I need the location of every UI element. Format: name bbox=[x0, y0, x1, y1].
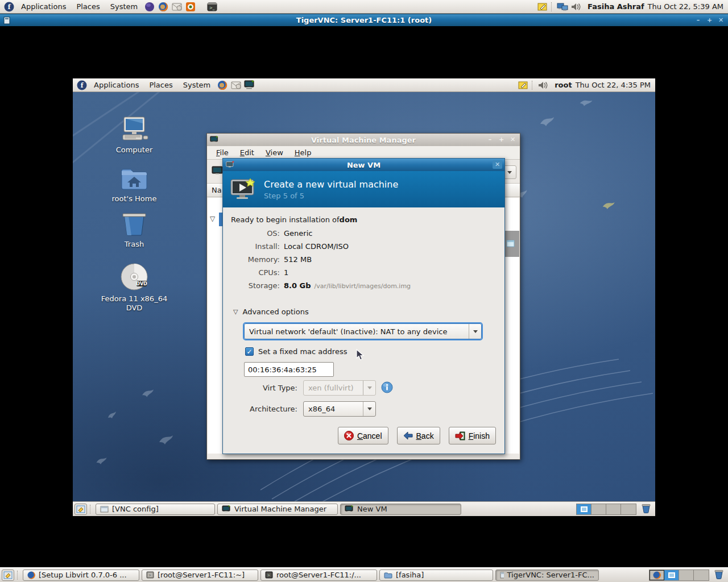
task-setup-libvirt[interactable]: [Setup Libvirt 0.7.0-6 ... bbox=[23, 569, 139, 581]
window-icon bbox=[100, 506, 109, 513]
mail-icon[interactable] bbox=[230, 80, 242, 91]
desktop-icon-trash[interactable]: Trash bbox=[94, 210, 174, 249]
workspace-4[interactable] bbox=[694, 570, 709, 580]
task-fasiha-folder[interactable]: [fasiha] bbox=[379, 569, 493, 581]
architecture-label: Architecture: bbox=[230, 405, 297, 413]
vmm-menu-help[interactable]: Help bbox=[289, 147, 317, 158]
desktop-icon-computer[interactable]: Computer bbox=[94, 116, 174, 155]
firefox-icon bbox=[27, 571, 35, 579]
vmm-maximize-button[interactable]: + bbox=[497, 135, 506, 144]
computer-icon bbox=[119, 116, 149, 142]
vmm-row-expander[interactable]: ▽ bbox=[210, 215, 215, 223]
vmm-selected-row-fragment bbox=[504, 231, 519, 257]
workspace-3[interactable] bbox=[679, 570, 694, 580]
host-top-panel: f Applications Places System >_ bbox=[0, 0, 728, 14]
svg-text:DVD: DVD bbox=[136, 281, 147, 286]
guest-clock[interactable]: Thu Oct 22, 4:35 PM bbox=[576, 81, 651, 89]
workspace-1[interactable] bbox=[577, 504, 592, 514]
guest-trash-applet-icon[interactable] bbox=[641, 503, 651, 515]
back-button[interactable]: Back bbox=[397, 427, 440, 444]
dvd-disc-icon: DVD bbox=[119, 263, 149, 291]
firefox-icon[interactable] bbox=[158, 1, 169, 13]
finish-button[interactable]: Finish bbox=[449, 427, 496, 444]
guest-show-desktop-button[interactable] bbox=[75, 504, 87, 515]
task-root-terminal-1[interactable]: > [root@Server1-FC11:~] bbox=[142, 569, 258, 581]
network-select[interactable]: Virtual network 'default' (Inactive): NA… bbox=[244, 323, 482, 339]
folder-icon bbox=[384, 572, 392, 579]
network-select-arrow[interactable] bbox=[469, 324, 481, 339]
guest-user-name[interactable]: root bbox=[555, 81, 572, 89]
guest-menu-applications[interactable]: Applications bbox=[89, 80, 144, 90]
mac-address-input[interactable] bbox=[244, 362, 334, 377]
guest-taskbar: [VNC config] Virtual Machine Manager New… bbox=[73, 501, 655, 516]
new-vm-titlebar[interactable]: New VM ✕ bbox=[223, 159, 504, 171]
notes-applet-icon[interactable] bbox=[537, 1, 548, 13]
eclipse-icon[interactable] bbox=[144, 1, 155, 13]
desktop-icon-home[interactable]: root's Home bbox=[94, 167, 174, 203]
info-icon[interactable] bbox=[381, 381, 393, 395]
vnc-minimize-button[interactable]: – bbox=[693, 16, 703, 24]
architecture-select-arrow[interactable] bbox=[363, 402, 375, 416]
vnc-window-title: TigerVNC: Server1-FC11:1 (root) bbox=[0, 16, 728, 24]
vmm-minimize-button[interactable]: – bbox=[485, 135, 495, 144]
host-menu-system[interactable]: System bbox=[105, 2, 143, 12]
terminal-icon: > bbox=[146, 571, 154, 579]
virt-type-select[interactable]: xen (fullvirt) bbox=[303, 380, 376, 396]
monitor-icon bbox=[222, 505, 231, 513]
virt-type-label: Virt Type: bbox=[230, 384, 297, 392]
terminal-icon[interactable]: >_ bbox=[206, 1, 218, 13]
task-new-vm[interactable]: New VM bbox=[340, 504, 461, 515]
vmm-close-button[interactable]: ✕ bbox=[508, 135, 518, 144]
mail-icon[interactable] bbox=[171, 1, 183, 13]
workspace-2[interactable] bbox=[664, 570, 679, 580]
vnc-maximize-button[interactable]: + bbox=[705, 16, 714, 24]
host-clock[interactable]: Thu Oct 22, 5:39 AM bbox=[648, 2, 723, 11]
back-arrow-icon bbox=[403, 431, 413, 440]
media-player-icon[interactable] bbox=[185, 1, 196, 13]
host-menu-applications[interactable]: Applications bbox=[16, 2, 71, 12]
volume-icon[interactable] bbox=[570, 1, 582, 13]
workspace-1[interactable] bbox=[650, 570, 664, 580]
fixed-mac-checkbox[interactable] bbox=[245, 347, 254, 356]
guest-top-panel: f Applications Places System bbox=[73, 78, 655, 92]
vmm-titlebar[interactable]: Virtual Machine Manager – + ✕ bbox=[207, 134, 520, 146]
svg-text:>: > bbox=[148, 573, 151, 577]
new-vm-close-button[interactable]: ✕ bbox=[493, 160, 502, 169]
vmm-menu-edit[interactable]: Edit bbox=[234, 147, 260, 158]
header-title: Create a new virtual machine bbox=[264, 179, 398, 190]
advanced-options-expander[interactable]: ▽ Advanced options bbox=[233, 307, 309, 316]
guest-menu-places[interactable]: Places bbox=[144, 80, 177, 90]
workspace-4[interactable] bbox=[621, 504, 636, 514]
task-virtual-machine-manager[interactable]: Virtual Machine Manager bbox=[217, 504, 338, 515]
virt-manager-icon[interactable] bbox=[244, 80, 255, 91]
vmm-menu-view[interactable]: View bbox=[260, 147, 289, 158]
host-menu-places[interactable]: Places bbox=[71, 2, 105, 12]
host-trash-applet-icon[interactable] bbox=[714, 569, 724, 581]
vnc-close-button[interactable]: ✕ bbox=[716, 16, 726, 24]
network-monitor-icon[interactable] bbox=[557, 1, 568, 13]
cancel-button[interactable]: Cancel bbox=[338, 427, 388, 444]
fixed-mac-checkbox-row[interactable]: Set a fixed mac address bbox=[245, 347, 347, 356]
vnc-window-titlebar[interactable]: TigerVNC: Server1-FC11:1 (root) – + ✕ bbox=[0, 14, 728, 26]
fedora-logo-icon[interactable]: f bbox=[3, 1, 15, 13]
host-show-desktop-button[interactable] bbox=[2, 569, 14, 581]
desktop-icon-fedora-dvd[interactable]: DVD Fedora 11 x86_64 DVD bbox=[94, 263, 174, 313]
vmm-menu-file[interactable]: File bbox=[210, 147, 234, 158]
new-vm-window-icon bbox=[226, 161, 235, 169]
volume-icon[interactable] bbox=[537, 80, 549, 91]
host-user-name[interactable]: Fasiha Ashraf bbox=[588, 2, 644, 11]
task-tigervnc[interactable]: TigerVNC: Server1-FC... bbox=[495, 569, 599, 581]
architecture-select[interactable]: x86_64 bbox=[303, 401, 376, 417]
screen: f Applications Places System >_ bbox=[0, 0, 728, 582]
workspace-3[interactable] bbox=[606, 504, 621, 514]
monitor-icon bbox=[345, 505, 354, 513]
firefox-icon[interactable] bbox=[217, 80, 228, 91]
task-vnc-config[interactable]: [VNC config] bbox=[96, 504, 215, 515]
notes-applet-icon[interactable] bbox=[518, 80, 529, 91]
task-root-terminal-2[interactable]: > root@Server1-FC11:/... bbox=[260, 569, 377, 581]
fedora-logo-icon[interactable]: f bbox=[76, 80, 88, 91]
guest-menu-system[interactable]: System bbox=[178, 80, 216, 90]
summary-row-storage: Storage: 8.0 Gb /var/lib/libvirt/images/… bbox=[231, 281, 411, 290]
workspace-2[interactable] bbox=[592, 504, 606, 514]
new-vm-body: Ready to begin installation of dom OS: G… bbox=[223, 207, 504, 454]
